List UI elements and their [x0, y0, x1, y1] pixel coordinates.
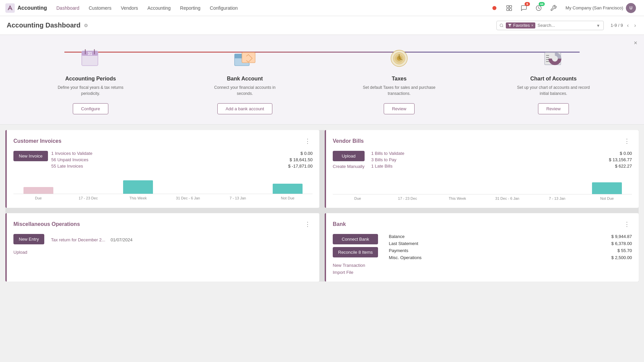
search-icon [499, 23, 504, 28]
wrench-icon [550, 5, 557, 11]
new-entry-btn[interactable]: New Entry [13, 234, 44, 244]
reconcile-btn[interactable]: Reconcile 8 Items [333, 247, 378, 257]
chart-labels: Due 17 - 23 Dec This Week 31 Dec - 6 Jan… [13, 196, 313, 200]
vb-stat-label-2[interactable]: 1 Late Bills [371, 164, 393, 169]
bank-stat-value-2: $ 55.70 [618, 248, 632, 253]
stat-row-0: 1 Invoices to Validate $ 0.00 [51, 151, 313, 156]
new-invoice-btn[interactable]: New Invoice [13, 151, 48, 161]
vendor-bills-card: Vendor Bills ⋮ Upload Create Manually 1 … [325, 130, 639, 208]
step3-btn[interactable]: Review [384, 103, 415, 114]
nav-dashboard[interactable]: Dashboard [52, 3, 84, 13]
misc-ops-menu-btn[interactable]: ⋮ [303, 220, 313, 229]
bank-menu-btn[interactable]: ⋮ [622, 220, 632, 229]
misc-entry: Tax return for December 2... 01/07/2024 [51, 237, 132, 242]
messages-badge: 6 [525, 2, 530, 6]
svg-rect-4 [509, 5, 512, 7]
pagination-next-btn[interactable]: › [633, 21, 637, 30]
vb-stat-label-1[interactable]: 3 Bills to Pay [371, 157, 396, 162]
svg-marker-10 [508, 24, 512, 27]
settings-btn[interactable] [548, 3, 559, 13]
messages-btn[interactable]: 6 [519, 3, 529, 13]
pagination-prev-btn[interactable]: ‹ [626, 21, 630, 30]
onboarding-close-btn[interactable]: × [634, 40, 637, 47]
search-dropdown-btn[interactable]: ▾ [596, 23, 601, 28]
stat-row-2: 55 Late Invoices $ -17,871.00 [51, 164, 313, 169]
step2-desc: Connect your financial accounts in secon… [208, 84, 282, 98]
svg-rect-0 [5, 3, 15, 13]
onboarding-step-chart-accounts: Chart of Accounts Set up your chart of a… [517, 45, 590, 114]
misc-entry-desc[interactable]: Tax return for December 2... [51, 237, 105, 242]
bank-content: Connect Bank Reconcile 8 Items New Trans… [333, 234, 632, 275]
bank-stat-label-2: Payments [389, 248, 408, 253]
activity-btn[interactable]: 44 [533, 3, 544, 13]
app-logo-icon [5, 3, 15, 13]
new-transaction-link[interactable]: New Transaction [333, 263, 378, 268]
svg-rect-6 [509, 8, 512, 10]
chart-label-this-week: This Week [113, 196, 163, 200]
nav-reporting[interactable]: Reporting [176, 3, 205, 13]
company-name: My Company (San Francisco) [566, 5, 623, 10]
step2-btn[interactable]: Add a bank account [217, 103, 273, 114]
connect-bank-btn[interactable]: Connect Bank [333, 234, 378, 244]
nav-customers[interactable]: Customers [85, 3, 116, 13]
bank-links: New Transaction Import File [333, 263, 378, 275]
subheader: Accounting Dashboard ⚙ Favorites × ▾ 1-9… [0, 16, 644, 35]
bar-this-week-bar [123, 180, 153, 194]
upload-btn[interactable]: Upload [333, 151, 365, 161]
bank-stat-value-0: $ 9,944.87 [611, 234, 632, 239]
vendor-bills-menu-btn[interactable]: ⋮ [622, 137, 632, 145]
create-manually-link[interactable]: Create Manually [333, 164, 365, 169]
user-avatar: U [626, 3, 636, 13]
vb-stat-value-0: $ 0.00 [620, 151, 632, 156]
search-bar[interactable]: Favorites × ▾ [496, 21, 604, 30]
red-circle-icon [492, 6, 496, 10]
vendor-bills-stats: 1 Bills to Validate $ 0.00 3 Bills to Pa… [371, 151, 632, 169]
search-filter-tag[interactable]: Favorites × [506, 22, 535, 28]
vb-stat-row-0: 1 Bills to Validate $ 0.00 [371, 151, 632, 156]
bank-stat-value-3: $ 2,500.00 [611, 255, 632, 260]
company-selector[interactable]: My Company (San Francisco) U [563, 2, 639, 14]
bank-stat-label-0: Balance [389, 234, 405, 239]
vb-chart-label-7-13: 7 - 13 Jan [532, 196, 582, 200]
vb-chart-label-due: Due [333, 196, 383, 200]
step1-btn[interactable]: Configure [73, 103, 108, 114]
top-nav: Accounting Dashboard Customers Vendors A… [0, 0, 644, 16]
pagination-text: 1-9 / 9 [610, 23, 623, 28]
vb-chart-bars [333, 174, 632, 194]
bank-stat-2: Payments $ 55.70 [389, 248, 632, 253]
onboarding-step-taxes: Taxes Set default Taxes for sales and pu… [362, 45, 436, 114]
stat-label-0[interactable]: 1 Invoices to Validate [51, 151, 93, 156]
taxes-icon [384, 45, 414, 72]
import-file-link[interactable]: Import File [333, 270, 378, 275]
nav-vendors[interactable]: Vendors [117, 3, 142, 13]
vb-stat-label-0[interactable]: 1 Bills to Validate [371, 151, 405, 156]
chart-bars [13, 174, 313, 194]
pagination: 1-9 / 9 ‹ › [610, 21, 637, 30]
misc-operations-card: Miscellaneous Operations ⋮ New Entry Upl… [5, 213, 319, 282]
vb-bar-due [333, 174, 383, 194]
app-logo[interactable]: Accounting [5, 3, 47, 13]
vb-bar-7-13 [532, 174, 582, 194]
misc-upload-link[interactable]: Upload [13, 250, 44, 255]
bank-card: Bank ⋮ Connect Bank Reconcile 8 Items Ne… [325, 213, 639, 282]
customer-invoices-actions: New Invoice 1 Invoices to Validate $ 0.0… [13, 151, 313, 169]
bar-17-23 [63, 174, 113, 194]
nav-configuration[interactable]: Configuration [206, 3, 242, 13]
chart-label-31-6: 31 Dec - 6 Jan [163, 196, 213, 200]
customer-invoices-title: Customer Invoices [13, 138, 61, 144]
stat-label-1[interactable]: 56 Unpaid Invoices [51, 157, 89, 162]
status-dot-btn[interactable] [489, 3, 500, 13]
vb-stat-row-2: 1 Late Bills $ 622.27 [371, 164, 632, 169]
search-input[interactable] [537, 23, 594, 28]
nav-accounting[interactable]: Accounting [144, 3, 175, 13]
filter-close-icon[interactable]: × [531, 23, 533, 28]
bar-due [13, 174, 63, 194]
step4-btn[interactable]: Review [538, 103, 569, 114]
page-settings-icon[interactable]: ⚙ [84, 23, 88, 28]
customer-invoices-menu-btn[interactable]: ⋮ [303, 137, 313, 145]
phone-icon-btn[interactable] [504, 3, 515, 13]
svg-point-27 [552, 56, 557, 61]
bank-stat-0: Balance $ 9,944.87 [389, 234, 632, 239]
stat-label-2[interactable]: 55 Late Invoices [51, 164, 83, 169]
step4-desc: Set up your chart of accounts and record… [517, 84, 590, 98]
